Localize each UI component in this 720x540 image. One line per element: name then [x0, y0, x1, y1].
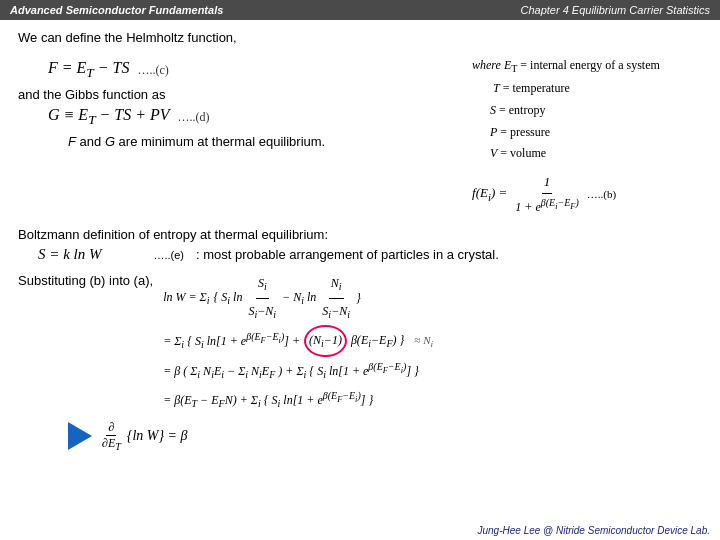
aside-definitions: where ET = internal energy of a system T… [472, 53, 702, 217]
footer-credit: Jung-Hee Lee @ Nitride Semiconductor Dev… [478, 525, 711, 536]
substituting-section: Substituting (b) into (a), ln W = Σi { S… [18, 271, 702, 414]
main-content: We can define the Helmholtz function, F … [0, 20, 720, 463]
where-label: where [472, 58, 501, 72]
gibbs-formula: G ≡ ET − TS + PV …..(d) [48, 106, 452, 128]
subst-text: Substituting (b) into (a), [18, 271, 153, 288]
p-def: P = pressure [472, 125, 550, 139]
helmholtz-row: F = ET − TS …..(c) and the Gibbs functio… [18, 53, 702, 217]
header-left-title: Advanced Semiconductor Fundamentals [10, 4, 223, 16]
equation-2: = Σi { Si ln[1 + eβ(EF−Ei)] + (Ni−1) β(E… [163, 325, 433, 357]
frac-1: Si Si−Ni [246, 271, 278, 325]
equation-1: ln W = Σi { Si ln Si Si−Ni − Ni ln Ni Si… [163, 271, 433, 325]
fermi-ref: …..(b) [587, 185, 616, 204]
header-right-title: Chapter 4 Equilibrium Carrier Statistics [520, 4, 710, 16]
gibbs-math: G ≡ ET − TS + PV [48, 106, 170, 128]
boltzmann-text: Boltzmann definition of entropy at therm… [18, 227, 702, 242]
most-probable-text: : most probable arrangement of particles… [196, 247, 499, 262]
blue-arrow-icon [68, 422, 92, 450]
entropy-formula: S = k ln W [38, 246, 101, 263]
equation-3: = β ( Σi NiEi − Σi NiEF ) + Σi { Si ln[1… [163, 357, 433, 385]
aside-where: where ET = internal energy of a system T… [472, 55, 702, 165]
fermi-numerator: 1 [542, 171, 553, 194]
boltzmann-section: Boltzmann definition of entropy at therm… [18, 227, 702, 263]
circled-term: (Ni−1) [304, 325, 347, 357]
arrow-formula: ∂ ∂ET {ln W} = β [100, 420, 188, 452]
f-and-g: F [68, 134, 76, 149]
intro-text: We can define the Helmholtz function, [18, 30, 702, 45]
thermal-equilibrium-text: F and G are minimum at thermal equilibri… [68, 134, 452, 149]
fermi-fraction: 1 1 + eβ(Ei−EF) [513, 171, 580, 217]
helmholtz-label: …..(c) [137, 63, 168, 78]
gibbs-label: …..(d) [178, 110, 210, 125]
s-def: S = entropy [472, 103, 545, 117]
v-def: V = volume [472, 146, 546, 160]
page-header: Advanced Semiconductor Fundamentals Chap… [0, 0, 720, 20]
helmholtz-formula: F = ET − TS …..(c) [48, 59, 452, 81]
helmholtz-math: F = ET − TS [48, 59, 129, 81]
et-def: ET = internal energy of a system [504, 58, 660, 72]
approx-note: ≈ Ni [414, 329, 433, 354]
arrow-row: ∂ ∂ET {ln W} = β [68, 420, 702, 452]
helmholtz-main-col: F = ET − TS …..(c) and the Gibbs functio… [18, 53, 452, 155]
entropy-label: …..(e) [153, 249, 184, 261]
t-def: T = temperature [472, 81, 570, 95]
equation-4: = β(ET − EFN) + Σi { Si ln[1 + eβ(EF−Ei)… [163, 386, 433, 414]
equations-column: ln W = Σi { Si ln Si Si−Ni − Ni ln Ni Si… [163, 271, 433, 414]
entropy-row: S = k ln W …..(e) : most probable arrang… [38, 246, 702, 263]
frac-2: Ni Si−Ni [320, 271, 352, 325]
partial-frac: ∂ ∂ET [100, 420, 123, 452]
gibbs-intro-text: and the Gibbs function as [18, 87, 452, 102]
fermi-lhs: f(Ei) = [472, 182, 507, 206]
fermi-denominator: 1 + eβ(Ei−EF) [513, 194, 580, 217]
